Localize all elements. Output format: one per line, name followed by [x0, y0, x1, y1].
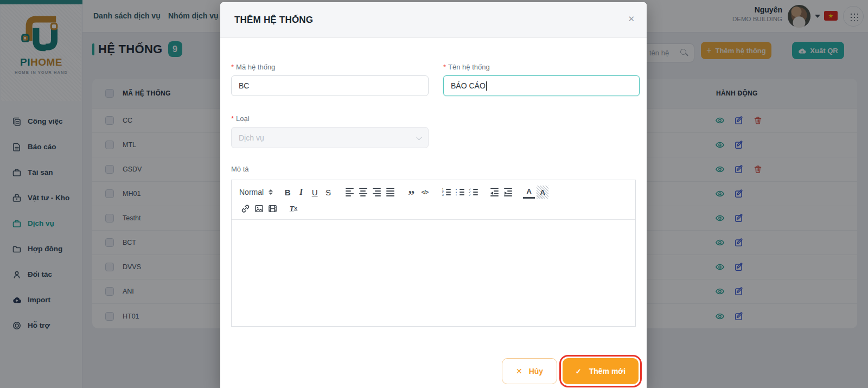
- bold-icon[interactable]: B: [282, 186, 293, 199]
- rich-text-editor: Normal B I U S ” </> 123 ••• ✓✓✓: [231, 180, 636, 327]
- cancel-label: Hủy: [529, 367, 543, 376]
- check-list-icon[interactable]: ✓✓✓: [467, 186, 479, 199]
- editor-toolbar: Normal B I U S ” </> 123 ••• ✓✓✓: [232, 180, 635, 220]
- type-field-label: *Loại: [231, 115, 250, 123]
- cancel-x-icon: ✕: [516, 367, 522, 376]
- name-input[interactable]: BÁO CÁO: [443, 75, 640, 96]
- app-screen: PIHOME HOME IN YOUR HAND Công việc Báo c…: [0, 0, 868, 388]
- type-select[interactable]: Dịch vụ: [231, 127, 429, 148]
- close-icon[interactable]: ✕: [628, 14, 635, 24]
- align-justify-icon[interactable]: [384, 186, 396, 199]
- name-input-value: BÁO CÁO: [451, 81, 486, 90]
- format-picker-label: Normal: [239, 188, 264, 196]
- add-system-modal: THÊM HỆ THỐNG ✕ *Mã hệ thống *Tên hệ thố…: [220, 2, 647, 388]
- modal-title: THÊM HỆ THỐNG: [234, 15, 313, 26]
- link-icon[interactable]: [239, 202, 251, 215]
- modal-header: THÊM HỆ THỐNG ✕: [220, 2, 647, 38]
- submit-button annotation-highlight[interactable]: ✓ Thêm mới: [563, 358, 639, 384]
- check-icon: ✓: [576, 367, 582, 376]
- code-block-icon[interactable]: </>: [419, 186, 431, 199]
- strikethrough-icon[interactable]: S: [322, 186, 334, 199]
- blockquote-icon[interactable]: ”: [405, 188, 417, 201]
- description-field-label: Mô tả: [231, 165, 249, 173]
- picker-arrows-icon: [269, 189, 273, 195]
- cancel-button[interactable]: ✕ Hủy: [502, 358, 557, 384]
- background-color-icon[interactable]: A: [537, 186, 548, 199]
- chevron-down-icon: [416, 134, 422, 140]
- required-mark: *: [443, 63, 446, 71]
- required-mark: *: [231, 115, 234, 123]
- code-field-label: *Mã hệ thống: [231, 63, 275, 71]
- code-input-value: BC: [239, 81, 249, 90]
- indent-icon[interactable]: [502, 186, 514, 199]
- text-cursor: [486, 81, 487, 91]
- align-right-icon[interactable]: [371, 186, 382, 199]
- align-center-icon[interactable]: [357, 186, 369, 199]
- image-icon[interactable]: [253, 202, 265, 215]
- type-select-value: Dịch vụ: [239, 133, 264, 142]
- align-left-icon[interactable]: [343, 186, 355, 199]
- required-mark: *: [231, 63, 234, 71]
- italic-icon[interactable]: I: [295, 186, 307, 199]
- name-field-label: *Tên hệ thống: [443, 63, 490, 71]
- editor-content-area[interactable]: [232, 220, 635, 326]
- clear-format-icon[interactable]: T✕: [288, 202, 299, 215]
- code-input[interactable]: BC: [231, 75, 429, 96]
- submit-label: Thêm mới: [589, 367, 626, 376]
- text-color-icon[interactable]: A: [523, 186, 535, 199]
- underline-icon[interactable]: U: [309, 186, 321, 199]
- video-icon[interactable]: [266, 202, 278, 215]
- bullet-list-icon[interactable]: •••: [454, 186, 465, 199]
- ordered-list-icon[interactable]: 123: [440, 186, 452, 199]
- outdent-icon[interactable]: [488, 186, 500, 199]
- format-picker[interactable]: Normal: [239, 188, 273, 196]
